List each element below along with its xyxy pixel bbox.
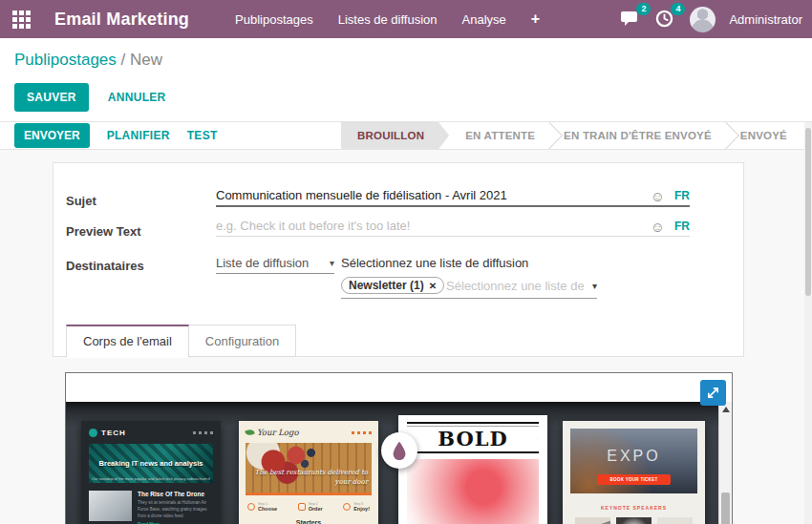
breadcrumb-parent[interactable]: Publipostages [14, 51, 117, 69]
activities-icon[interactable]: 4 [655, 10, 676, 29]
statusbar: BROUILLON EN ATTENTE EN TRAIN D'ÊTRE ENV… [341, 122, 803, 149]
subject-value[interactable]: Communication mensuelle de fidélisation … [216, 188, 641, 202]
template-card-bold[interactable]: ··· BOLD ··· [398, 415, 547, 524]
tech-article1-title: The Rise Of The Drone [138, 491, 213, 497]
send-button[interactable]: ENVOYER [14, 123, 90, 148]
add-menu-icon[interactable]: + [531, 10, 540, 28]
emoji-picker-icon[interactable]: ☺ [651, 220, 665, 233]
speaker-photos [570, 517, 697, 524]
tab-configuration[interactable]: Configuration [189, 325, 296, 357]
schedule-button[interactable]: PLANIFIER [107, 129, 170, 142]
activities-badge: 4 [671, 3, 685, 15]
status-sending[interactable]: EN TRAIN D'ÊTRE ENVOYÉ [547, 122, 728, 149]
template-card-tech[interactable]: TECH Breaking IT news and analysis Our r… [81, 421, 221, 524]
messages-badge: 2 [636, 3, 651, 15]
tab-email-body[interactable]: Corps de l'email [66, 325, 189, 358]
tech-brand: TECH [101, 429, 189, 437]
food-step: Step 1Choose [247, 502, 277, 512]
mailing-list-label: Sélectionnez une liste de diffusion [341, 256, 597, 270]
tech-caption: Our roundup of the most popular and late… [92, 476, 210, 481]
theme-selection-area: TECH Breaking IT news and analysis Our r… [66, 402, 732, 524]
mailing-list-widget: Sélectionnez une liste de diffusion News… [341, 256, 597, 299]
teardrop-icon [389, 440, 410, 461]
step-label: Order [309, 506, 323, 512]
caret-down-icon: ▾ [330, 258, 334, 268]
mailing-list-placeholder[interactable]: Sélectionnez une liste de [446, 279, 587, 293]
tech-hero-image: Breaking IT news and analysis Our roundu… [89, 444, 213, 483]
editor-scrollbar-thumb[interactable] [721, 493, 730, 524]
expand-editor-button[interactable] [700, 380, 726, 406]
user-name[interactable]: Administrator [729, 12, 802, 27]
social-icons [193, 431, 213, 434]
tech-logo-icon [89, 429, 97, 437]
template-card-food[interactable]: Your Logo The best restaurants delivered… [239, 421, 378, 524]
preview-text-label: Preview Text [66, 224, 141, 239]
step-icon [247, 503, 255, 511]
editor-scrollbar[interactable] [718, 402, 732, 524]
expand-arrows-icon [706, 386, 720, 400]
expo-brand: EXPO [607, 448, 660, 465]
top-navbar: Email Marketing Publipostages Listes de … [0, 0, 812, 38]
mailing-list-input[interactable]: Newsletter (1) ✕ Sélectionnez une liste … [341, 277, 597, 299]
caret-down-icon[interactable]: ▾ [588, 281, 597, 291]
social-icons [352, 431, 372, 434]
app-title: Email Marketing [54, 10, 189, 30]
menu-analyse[interactable]: Analyse [462, 12, 506, 27]
mailing-list-tag[interactable]: Newsletter (1) ✕ [341, 277, 444, 294]
step-icon [343, 503, 351, 511]
template-card-expo[interactable]: EXPO BOOK YOUR TICKET KEYNOTE SPEAKERS [563, 421, 705, 524]
menu-publipostages[interactable]: Publipostages [235, 12, 313, 27]
control-bar: ENVOYER PLANIFIER TEST BROUILLON EN ATTE… [0, 121, 812, 150]
breadcrumb: Publipostages / New [14, 51, 162, 70]
save-button[interactable]: SAUVER [14, 83, 89, 112]
food-headline: The best restaurants delivered to your d… [246, 469, 368, 487]
bold-hero-image [407, 459, 539, 524]
form-sheet: Sujet Communication mensuelle de fidélis… [53, 162, 744, 357]
apps-menu-icon[interactable] [12, 10, 31, 29]
subject-field[interactable]: Communication mensuelle de fidélisation … [216, 188, 690, 207]
breadcrumb-separator: / [121, 51, 126, 69]
email-body-editor: TECH Breaking IT news and analysis Our r… [65, 372, 733, 524]
preview-text-field[interactable]: e.g. Check it out before it's too late! … [216, 219, 690, 237]
subject-label: Sujet [66, 194, 96, 208]
window-scrollbar[interactable] [804, 122, 812, 524]
leaf-logo-icon [245, 429, 255, 437]
expo-hero-image: EXPO BOOK YOUR TICKET [570, 429, 697, 493]
action-buttons: ENVOYER PLANIFIER TEST [0, 123, 218, 148]
drop-logo-icon[interactable] [381, 432, 417, 469]
step-label: Choose [258, 506, 277, 512]
food-step: Step 3Enjoy! [343, 502, 370, 512]
messages-icon[interactable]: 2 [621, 10, 642, 29]
emoji-picker-icon[interactable]: ☺ [651, 190, 665, 202]
test-button[interactable]: TEST [187, 129, 218, 142]
window-scrollbar-thumb[interactable] [805, 128, 811, 296]
food-hero-image: The best restaurants delivered to your d… [246, 443, 372, 495]
notebook-tabs: Corps de l'email Configuration [66, 325, 296, 357]
recipients-label: Destinataires [66, 259, 144, 273]
recipients-model-select[interactable]: Liste de diffusion ▾ [216, 256, 334, 274]
step-icon [298, 503, 306, 511]
step-label: Enjoy! [353, 506, 370, 512]
food-step: Step 2Order [298, 502, 323, 512]
main-menu: Publipostages Listes de diffusion Analys… [235, 10, 540, 28]
expo-cta-button: BOOK YOUR TICKET [597, 474, 672, 485]
avatar[interactable] [690, 7, 716, 32]
breadcrumb-current: New [130, 51, 162, 69]
status-draft[interactable]: BROUILLON [341, 122, 449, 149]
recipients-model-value: Liste de diffusion [216, 256, 333, 270]
tag-label: Newsletter (1) [349, 279, 424, 292]
scroll-up-arrow-icon[interactable] [722, 407, 730, 412]
tech-headline: Breaking IT news and analysis [94, 459, 209, 468]
expo-section-title: KEYNOTE SPEAKERS [570, 505, 697, 511]
preview-lang-button[interactable]: FR [674, 220, 690, 233]
bold-brand: BOLD [438, 429, 507, 449]
masthead-date: ··· [514, 436, 539, 441]
food-brand: Your Logo [257, 428, 352, 437]
preview-text-placeholder[interactable]: e.g. Check it out before it's too late! [216, 219, 641, 233]
tag-remove-icon[interactable]: ✕ [429, 281, 437, 291]
record-actions: SAUVER ANNULER [14, 83, 166, 112]
menu-listes-de-diffusion[interactable]: Listes de diffusion [338, 12, 438, 27]
navbar-systray: 2 4 Administrator [621, 7, 812, 32]
cancel-button[interactable]: ANNULER [108, 91, 166, 104]
subject-lang-button[interactable]: FR [674, 189, 690, 202]
